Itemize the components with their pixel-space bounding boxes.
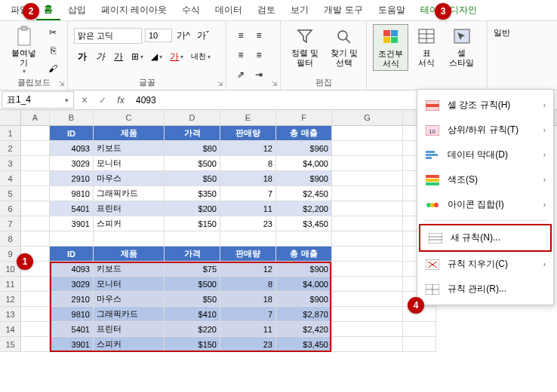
cell[interactable]: $75 — [165, 262, 220, 277]
clipboard-launcher[interactable]: ⇲ — [59, 80, 65, 87]
col-header[interactable]: D — [165, 110, 220, 125]
alignment-launcher[interactable]: ⇲ — [272, 80, 278, 87]
orientation-button[interactable]: ⇗ — [232, 66, 249, 83]
cell[interactable]: 8 — [220, 156, 276, 171]
align-center-button[interactable]: ≡ — [251, 47, 267, 63]
cell[interactable]: 총 매출 — [276, 247, 332, 262]
cell[interactable] — [21, 322, 50, 337]
row-header[interactable]: 4 — [0, 171, 21, 186]
cell[interactable]: 4093 — [50, 262, 94, 277]
cell[interactable]: $900 — [276, 171, 332, 186]
cell[interactable] — [332, 216, 403, 231]
cell[interactable]: 3029 — [50, 277, 94, 292]
cell[interactable]: 가격 — [165, 126, 220, 141]
wrap-button[interactable]: ⇥ — [251, 66, 267, 83]
cell[interactable]: $500 — [165, 277, 220, 292]
cell[interactable]: 23 — [220, 337, 276, 352]
font-size-select[interactable]: 10 — [145, 29, 172, 42]
cell[interactable] — [332, 322, 403, 337]
cell[interactable] — [165, 231, 220, 247]
row-header[interactable]: 7 — [0, 216, 21, 231]
menu-data[interactable]: 데이터 — [208, 1, 250, 20]
cell-styles-button[interactable]: 셀 스타일 — [445, 24, 479, 69]
col-header[interactable]: B — [50, 110, 94, 125]
cell[interactable] — [220, 231, 276, 247]
cell[interactable]: $2,420 — [276, 322, 332, 337]
cell[interactable] — [332, 126, 403, 141]
cell[interactable]: $3,450 — [276, 216, 332, 231]
sort-filter-button[interactable]: 정렬 및 필터 — [287, 24, 323, 69]
font-color-button[interactable]: 가▾ — [167, 48, 186, 65]
find-select-button[interactable]: 찾기 및 선택 — [326, 24, 362, 69]
menu-clear-rules[interactable]: 규칙 지우기(C) › — [417, 252, 553, 277]
menu-new-rule[interactable]: 새 규칙(N)... — [419, 224, 552, 252]
cell[interactable]: 12 — [220, 141, 276, 156]
cell[interactable] — [332, 186, 403, 201]
cell[interactable]: $220 — [165, 322, 220, 337]
cell[interactable]: $2,870 — [276, 307, 332, 322]
menu-data-bars[interactable]: 데이터 막대(D) › — [417, 142, 553, 167]
col-header[interactable]: E — [220, 110, 276, 125]
paste-button[interactable]: 붙여넣기 ▾ — [6, 24, 42, 76]
cell[interactable] — [332, 292, 403, 307]
copy-button[interactable]: ⎘ — [45, 42, 61, 59]
cell[interactable] — [50, 231, 94, 247]
cut-button[interactable]: ✂ — [45, 24, 61, 41]
cell[interactable]: 18 — [220, 171, 276, 186]
format-as-table-button[interactable]: 표 서식 — [411, 24, 442, 69]
cell[interactable]: 23 — [220, 216, 276, 231]
cell[interactable]: 3901 — [50, 216, 94, 231]
cell[interactable] — [332, 141, 403, 156]
cell[interactable]: 9810 — [50, 307, 94, 322]
cancel-formula-button[interactable]: ✕ — [75, 95, 94, 106]
select-all-corner[interactable] — [0, 110, 21, 125]
cell[interactable]: 7 — [220, 186, 276, 201]
row-header[interactable]: 6 — [0, 201, 21, 216]
row-header[interactable]: 15 — [0, 337, 21, 352]
menu-help[interactable]: 도움말 — [371, 1, 413, 20]
cell[interactable] — [403, 322, 436, 337]
cell[interactable]: 프린터 — [94, 201, 165, 216]
cell[interactable]: 모니터 — [94, 277, 165, 292]
menu-view[interactable]: 보기 — [283, 1, 316, 20]
cell[interactable] — [332, 247, 403, 262]
cell[interactable] — [332, 277, 403, 292]
cell[interactable] — [21, 186, 50, 201]
cell[interactable]: 판매량 — [220, 126, 276, 141]
cell[interactable]: 3901 — [50, 337, 94, 352]
menu-icon-sets[interactable]: 아이콘 집합(I) › — [417, 192, 553, 217]
cell[interactable]: $500 — [165, 156, 220, 171]
cell[interactable]: 제품 — [94, 247, 165, 262]
cell[interactable] — [94, 231, 165, 247]
row-header[interactable]: 5 — [0, 186, 21, 201]
cell[interactable] — [332, 201, 403, 216]
cell[interactable]: 9810 — [50, 186, 94, 201]
cell[interactable]: 판매량 — [220, 247, 276, 262]
cell[interactable] — [332, 171, 403, 186]
cell[interactable]: $960 — [276, 141, 332, 156]
cell[interactable]: $3,450 — [276, 337, 332, 352]
cell[interactable] — [332, 337, 403, 352]
cell[interactable]: 18 — [220, 292, 276, 307]
cell[interactable]: 마우스 — [94, 292, 165, 307]
font-launcher[interactable]: ⇲ — [217, 80, 223, 87]
row-header[interactable]: 11 — [0, 277, 21, 292]
menu-highlight-cells-rules[interactable]: 셀 강조 규칙(H) › — [417, 93, 553, 118]
menu-color-scales[interactable]: 색조(S) › — [417, 167, 553, 192]
cell[interactable] — [332, 307, 403, 322]
format-painter-button[interactable]: 🖌 — [45, 60, 61, 77]
enter-formula-button[interactable]: ✓ — [94, 95, 112, 106]
cell[interactable] — [21, 126, 50, 141]
cell[interactable]: 그래픽카드 — [94, 307, 165, 322]
border-button[interactable]: ⊞▾ — [128, 48, 146, 65]
cell[interactable]: $2,450 — [276, 186, 332, 201]
fx-button[interactable]: fx — [112, 95, 130, 106]
menu-devtools[interactable]: 개발 도구 — [316, 1, 370, 20]
cell[interactable]: 키보드 — [94, 262, 165, 277]
cell[interactable]: 5401 — [50, 201, 94, 216]
cell[interactable]: 7 — [220, 307, 276, 322]
menu-top-bottom-rules[interactable]: 10 상위/하위 규칙(T) › — [417, 118, 553, 142]
cell[interactable]: $150 — [165, 337, 220, 352]
cell[interactable] — [403, 337, 436, 352]
cell[interactable]: 그래픽카드 — [94, 186, 165, 201]
